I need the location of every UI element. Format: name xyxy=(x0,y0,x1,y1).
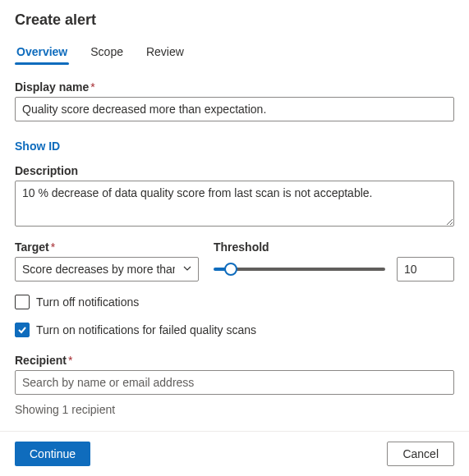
show-id-link[interactable]: Show ID xyxy=(15,140,60,153)
tab-review[interactable]: Review xyxy=(145,40,186,65)
slider-thumb[interactable] xyxy=(224,263,237,276)
threshold-slider[interactable] xyxy=(214,268,385,271)
target-label-text: Target xyxy=(15,240,49,254)
target-label: Target* xyxy=(15,240,199,254)
tabs: Overview Scope Review xyxy=(15,40,454,66)
continue-button[interactable]: Continue xyxy=(15,442,90,466)
threshold-label: Threshold xyxy=(214,240,454,254)
check-icon xyxy=(17,325,27,335)
recipient-meta: Showing 1 recipient xyxy=(15,403,454,416)
description-textarea[interactable]: 10 % decrease of data quality score from… xyxy=(15,181,454,227)
required-asterisk: * xyxy=(68,354,72,367)
footer: Continue Cancel xyxy=(0,431,469,476)
recipient-label: Recipient* xyxy=(15,354,454,367)
tab-scope[interactable]: Scope xyxy=(89,40,125,65)
cancel-button[interactable]: Cancel xyxy=(387,442,454,466)
slider-track-line xyxy=(214,268,385,271)
display-name-input[interactable] xyxy=(15,97,454,121)
display-name-label-text: Display name xyxy=(15,80,89,94)
turn-off-notifications-label: Turn off notifications xyxy=(36,295,139,309)
recipient-label-text: Recipient xyxy=(15,354,67,367)
page-title: Create alert xyxy=(15,11,454,29)
required-asterisk: * xyxy=(90,80,94,94)
tab-overview[interactable]: Overview xyxy=(15,40,69,65)
display-name-label: Display name* xyxy=(15,80,454,94)
turn-off-notifications-checkbox[interactable] xyxy=(15,295,30,309)
description-label: Description xyxy=(15,164,454,177)
turn-on-failed-notifications-label: Turn on notifications for failed quality… xyxy=(36,323,256,336)
required-asterisk: * xyxy=(51,240,55,254)
threshold-value-input[interactable] xyxy=(397,257,454,281)
turn-on-failed-notifications-checkbox[interactable] xyxy=(15,323,30,337)
recipient-search-input[interactable] xyxy=(15,370,454,395)
target-select[interactable]: Score decreases by more than xyxy=(15,257,199,281)
